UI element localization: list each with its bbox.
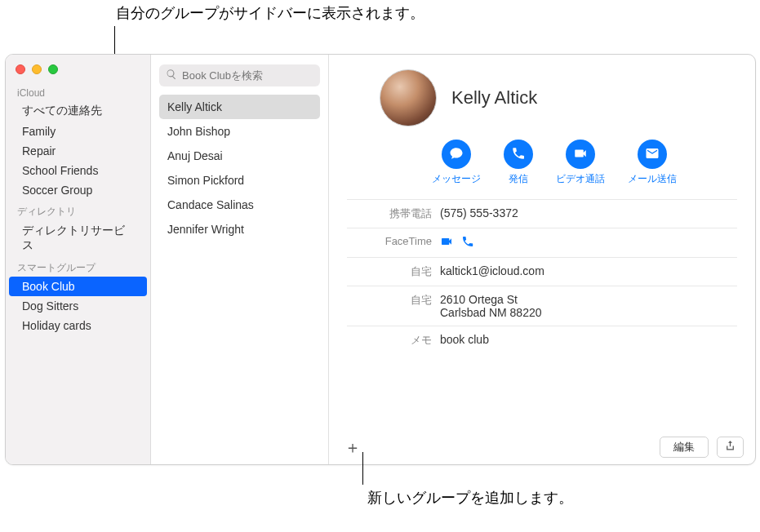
contact-name: Kelly Altick (451, 87, 537, 109)
contact-list-item[interactable]: John Bishop (159, 119, 320, 144)
message-button[interactable]: メッセージ (432, 140, 481, 186)
mail-label: メール送信 (628, 172, 677, 186)
search-input[interactable] (182, 69, 319, 82)
callout-bottom: 新しいグループを追加します。 (367, 488, 573, 508)
message-icon (449, 146, 464, 163)
video-label: ビデオ通話 (556, 172, 605, 186)
field-value-home-email[interactable]: kaltick1@icloud.com (440, 264, 734, 277)
sidebar-section-header: iCloud (6, 82, 150, 100)
contact-list-item[interactable]: Kelly Altick (159, 95, 320, 119)
plus-icon: ＋ (344, 437, 361, 459)
contact-list-column: Kelly AltickJohn BishopAnuj DesaiSimon P… (151, 55, 329, 464)
window-controls (6, 61, 150, 82)
contact-avatar[interactable] (380, 69, 437, 126)
contact-list-item[interactable]: Simon Pickford (159, 168, 320, 193)
contact-list-item[interactable]: Candace Salinas (159, 193, 320, 217)
video-icon (573, 146, 588, 163)
video-call-button[interactable]: ビデオ通話 (556, 140, 605, 186)
sidebar-section-header: スマートグループ (6, 256, 150, 277)
callout-top: 自分のグループがサイドバーに表示されます。 (116, 3, 424, 23)
contact-detail-pane: Kelly Altick メッセージ 発信 ビデオ通話 メール送信 携帯電話 (329, 55, 755, 464)
call-label: 発信 (509, 172, 528, 186)
facetime-audio-icon[interactable] (461, 235, 474, 250)
sidebar-item[interactable]: Repair (9, 141, 147, 161)
share-icon (724, 440, 736, 454)
sidebar-section-header: ディレクトリ (6, 200, 150, 220)
sidebar-item[interactable]: School Friends (9, 161, 147, 180)
contacts-window: iCloudすべての連絡先FamilyRepairSchool FriendsS… (5, 54, 756, 465)
field-label-facetime: FaceTime (350, 235, 440, 247)
field-mobile: 携帯電話 (575) 555-3372 (347, 200, 737, 228)
field-value-facetime (440, 235, 734, 250)
sidebar: iCloudすべての連絡先FamilyRepairSchool FriendsS… (6, 55, 151, 464)
sidebar-item[interactable]: ディレクトリサービス (9, 220, 147, 256)
facetime-video-icon[interactable] (440, 235, 453, 250)
field-label-mobile: 携帯電話 (350, 206, 440, 221)
field-facetime: FaceTime (347, 228, 737, 258)
field-list: 携帯電話 (575) 555-3372 FaceTime 自宅 kaltick1… (347, 199, 737, 354)
field-value-mobile[interactable]: (575) 555-3372 (440, 206, 734, 219)
contact-list-item[interactable]: Anuj Desai (159, 144, 320, 168)
sidebar-item[interactable]: Soccer Group (9, 180, 147, 200)
bottom-toolbar: ＋ 編集 (329, 430, 755, 464)
edit-button[interactable]: 編集 (660, 437, 709, 458)
contact-list: Kelly AltickJohn BishopAnuj DesaiSimon P… (159, 95, 320, 242)
field-label-memo: メモ (350, 333, 440, 348)
zoom-window-button[interactable] (48, 64, 58, 74)
search-icon (166, 69, 177, 82)
sidebar-item[interactable]: Family (9, 122, 147, 141)
message-label: メッセージ (432, 172, 481, 186)
sidebar-item[interactable]: Holiday cards (9, 316, 147, 335)
close-window-button[interactable] (16, 64, 25, 74)
action-row: メッセージ 発信 ビデオ通話 メール送信 (347, 140, 737, 186)
mail-button[interactable]: メール送信 (628, 140, 677, 186)
sidebar-item[interactable]: すべての連絡先 (9, 100, 147, 122)
address-line-1: 2610 Ortega St (440, 293, 734, 306)
field-home-address: 自宅 2610 Ortega St Carlsbad NM 88220 (347, 286, 737, 326)
phone-icon (511, 146, 526, 163)
field-label-home-address: 自宅 (350, 293, 440, 308)
mail-icon (645, 146, 660, 163)
share-button[interactable] (717, 437, 744, 458)
search-field[interactable] (159, 64, 320, 86)
callout-line-bottom (362, 452, 363, 485)
field-home-email: 自宅 kaltick1@icloud.com (347, 258, 737, 286)
call-button[interactable]: 発信 (504, 140, 533, 186)
field-value-home-address[interactable]: 2610 Ortega St Carlsbad NM 88220 (440, 293, 734, 319)
field-label-home-email: 自宅 (350, 264, 440, 279)
sidebar-item[interactable]: Dog Sitters (9, 296, 147, 316)
add-button[interactable]: ＋ (340, 437, 365, 457)
detail-header: Kelly Altick (347, 69, 737, 126)
sidebar-item[interactable]: Book Club (9, 277, 147, 296)
address-line-2: Carlsbad NM 88220 (440, 306, 734, 319)
field-memo: メモ book club (347, 326, 737, 354)
contact-list-item[interactable]: Jennifer Wright (159, 217, 320, 242)
field-value-memo[interactable]: book club (440, 333, 734, 346)
minimize-window-button[interactable] (32, 64, 42, 74)
